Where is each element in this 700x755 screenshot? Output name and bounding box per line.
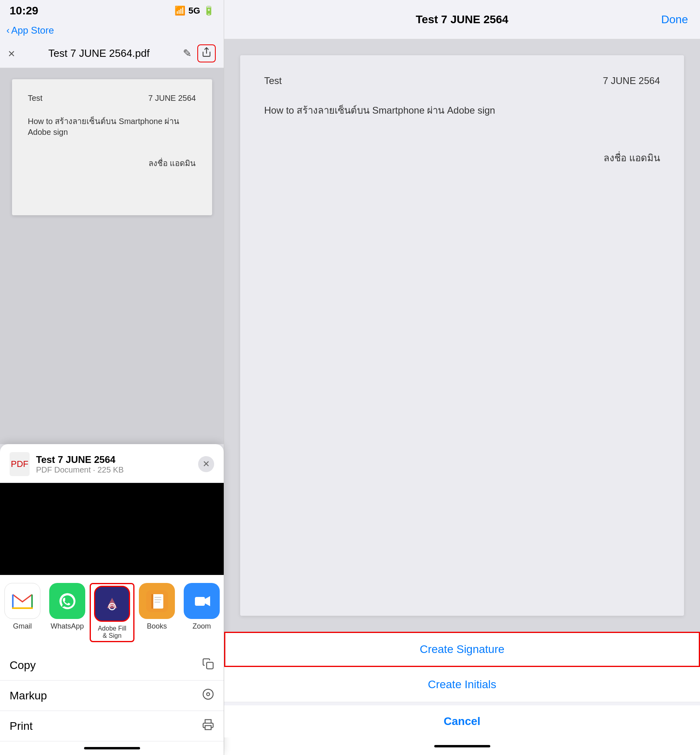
back-nav-label: App Store — [11, 25, 54, 36]
svg-point-19 — [207, 693, 210, 696]
pdf-header-row: Test 7 JUNE 2564 — [28, 94, 196, 103]
share-preview — [0, 483, 224, 575]
action-rows: Copy Markup Print — [0, 650, 224, 741]
pdf-test-label: Test — [28, 94, 43, 103]
share-close-button[interactable]: ✕ — [198, 456, 214, 472]
app-item-whatsapp[interactable]: WhatsApp — [45, 583, 90, 642]
pdf-sign-text: ลงชื่อ แอดมิน — [28, 157, 196, 170]
back-nav[interactable]: ‹ App Store — [0, 22, 224, 39]
status-bar: 10:29 📶 5G 🔋 — [0, 0, 224, 22]
right-pdf-date: 7 JUNE 2564 — [603, 75, 660, 86]
share-icon[interactable] — [201, 48, 212, 60]
svg-rect-2 — [12, 595, 14, 609]
right-document-title: Test 7 JUNE 2564 — [416, 13, 508, 26]
app-icons-row: Gmail WhatsApp — [0, 575, 224, 650]
share-button-box[interactable] — [197, 44, 216, 62]
copy-action-row[interactable]: Copy — [0, 650, 224, 681]
cancel-label: Cancel — [444, 715, 481, 728]
right-home-bar — [434, 745, 490, 747]
app-item-gmail[interactable]: Gmail — [0, 583, 45, 642]
markup-icon — [202, 688, 214, 703]
back-arrow-icon: ‹ — [6, 25, 10, 36]
right-pdf-header: Test 7 JUNE 2564 — [264, 75, 660, 86]
whatsapp-icon — [49, 583, 85, 619]
signal-icon: 📶 — [174, 6, 185, 16]
print-icon — [202, 719, 214, 733]
right-home-indicator — [224, 737, 700, 755]
right-pdf-area: Test 7 JUNE 2564 How to สร้างลายเซ็นต์บน… — [224, 39, 700, 632]
svg-rect-17 — [207, 662, 213, 669]
right-pdf-howto: How to สร้างลายเซ็นต์บน Smartphone ผ่าน … — [264, 102, 660, 118]
home-indicator — [0, 741, 224, 755]
document-title: Test 7 JUNE 2564.pdf — [48, 47, 150, 60]
svg-rect-20 — [205, 726, 211, 730]
create-initials-label: Create Initials — [428, 678, 496, 691]
share-sheet: PDF Test 7 JUNE 2564 PDF Document · 225 … — [0, 444, 224, 755]
right-panel: Test 7 JUNE 2564 Done Test 7 JUNE 2564 H… — [224, 0, 700, 755]
create-signature-button[interactable]: Create Signature — [224, 632, 700, 667]
create-initials-button[interactable]: Create Initials — [224, 667, 700, 702]
adobe-icon — [94, 586, 130, 622]
bottom-action-sheet: Create Signature Create Initials Cancel — [224, 632, 700, 755]
share-filename: Test 7 JUNE 2564 — [36, 454, 198, 465]
svg-rect-15 — [195, 597, 205, 606]
close-button[interactable]: × — [8, 47, 15, 60]
zoom-label: Zoom — [193, 622, 211, 631]
svg-rect-4 — [12, 607, 33, 609]
done-button[interactable]: Done — [661, 13, 688, 26]
share-sheet-header: PDF Test 7 JUNE 2564 PDF Document · 225 … — [0, 452, 224, 483]
left-panel: 10:29 📶 5G 🔋 ‹ App Store × Test 7 JUNE 2… — [0, 0, 224, 755]
battery-icon: 🔋 — [203, 6, 214, 16]
copy-icon — [202, 658, 214, 673]
network-label: 5G — [189, 6, 200, 16]
svg-rect-10 — [151, 594, 153, 609]
print-label: Print — [10, 720, 33, 733]
cancel-button[interactable]: Cancel — [224, 702, 700, 737]
app-item-books[interactable]: Books — [134, 583, 179, 642]
print-action-row[interactable]: Print — [0, 711, 224, 741]
svg-rect-3 — [31, 595, 33, 609]
toolbar: × Test 7 JUNE 2564.pdf ✎ — [0, 39, 224, 68]
create-signature-label: Create Signature — [420, 643, 505, 656]
markup-label: Markup — [10, 689, 47, 702]
gmail-icon — [4, 583, 40, 619]
pdf-howto-text: How to สร้างลายเซ็นต์บน Smartphone ผ่าน … — [28, 115, 196, 137]
books-label: Books — [147, 622, 167, 631]
right-pdf-sign: ลงชื่อ แอดมิน — [264, 150, 660, 166]
pdf-date-label: 7 JUNE 2564 — [148, 94, 196, 103]
whatsapp-label: WhatsApp — [50, 622, 84, 631]
svg-rect-1 — [12, 593, 33, 609]
gmail-label: Gmail — [13, 622, 32, 631]
right-pdf-page: Test 7 JUNE 2564 How to สร้างลายเซ็นต์บน… — [240, 55, 684, 616]
pdf-preview: Test 7 JUNE 2564 How to สร้างลายเซ็นต์บน… — [0, 68, 224, 444]
books-icon — [139, 583, 175, 619]
zoom-icon — [184, 583, 220, 619]
status-icons: 📶 5G 🔋 — [174, 6, 214, 16]
share-filesize: PDF Document · 225 KB — [36, 465, 198, 475]
adobe-label: Adobe Fill & Sign — [98, 625, 126, 639]
copy-label: Copy — [10, 659, 36, 672]
right-header: Test 7 JUNE 2564 Done — [224, 0, 700, 39]
status-time: 10:29 — [10, 4, 38, 17]
toolbar-actions: ✎ — [183, 44, 216, 62]
svg-point-18 — [203, 689, 213, 699]
app-item-adobe[interactable]: Adobe Fill & Sign — [90, 583, 134, 642]
file-icon: PDF — [10, 452, 30, 476]
right-pdf-test: Test — [264, 75, 282, 86]
markup-action-row[interactable]: Markup — [0, 681, 224, 711]
home-bar — [84, 747, 140, 749]
file-info: Test 7 JUNE 2564 PDF Document · 225 KB — [36, 454, 198, 475]
app-item-zoom[interactable]: Zoom — [179, 583, 224, 642]
annotate-icon[interactable]: ✎ — [183, 47, 192, 60]
pdf-page: Test 7 JUNE 2564 How to สร้างลายเซ็นต์บน… — [12, 79, 212, 215]
